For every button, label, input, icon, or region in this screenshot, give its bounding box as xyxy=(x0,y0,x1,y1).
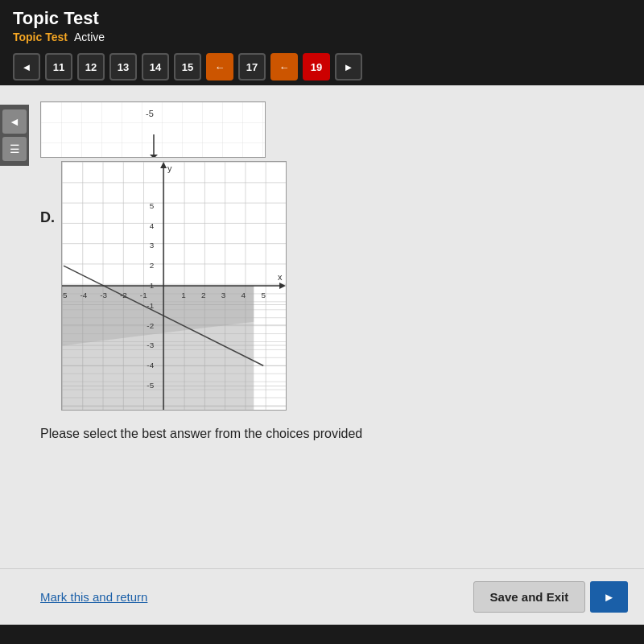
svg-text:-3: -3 xyxy=(100,291,107,299)
svg-text:-1: -1 xyxy=(140,291,147,299)
nav-page-12[interactable]: 12 xyxy=(77,53,105,80)
nav-prev-button[interactable]: ◄ xyxy=(13,53,40,80)
svg-text:-2: -2 xyxy=(120,291,127,299)
graph-svg: x y -5 -4 -3 -2 -1 1 2 xyxy=(62,162,286,410)
bottom-bar: Mark this and return Save and Exit ► xyxy=(0,568,644,625)
left-sidebar: ◄ ☰ xyxy=(0,105,29,166)
svg-text:3: 3 xyxy=(150,241,155,250)
svg-text:2: 2 xyxy=(150,261,155,270)
nav-page-14[interactable]: 14 xyxy=(142,53,169,80)
next-button[interactable]: ► xyxy=(590,581,628,613)
breadcrumb: Topic Test Active xyxy=(13,31,631,43)
nav-page-13[interactable]: 13 xyxy=(109,53,137,80)
breadcrumb-status: Active xyxy=(74,31,105,43)
sidebar-icon-calc[interactable]: ☰ xyxy=(2,137,27,161)
svg-text:-1: -1 xyxy=(147,301,154,310)
svg-text:y: y xyxy=(167,163,172,173)
svg-text:1: 1 xyxy=(150,281,155,290)
svg-marker-7 xyxy=(62,286,254,410)
svg-text:x: x xyxy=(278,272,283,282)
sidebar-icon-arrow[interactable]: ◄ xyxy=(2,109,27,134)
svg-text:5: 5 xyxy=(150,201,155,210)
header: Topic Test Topic Test Active xyxy=(0,0,644,48)
svg-text:5: 5 xyxy=(261,291,266,299)
svg-text:-3: -3 xyxy=(147,341,154,349)
nav-next-button[interactable]: ► xyxy=(335,53,362,80)
instruction-text: Please select the best answer from the c… xyxy=(40,427,628,441)
option-d-label: D. xyxy=(40,209,55,226)
svg-text:4: 4 xyxy=(150,221,155,230)
svg-text:-5: -5 xyxy=(62,291,68,299)
nav-bar: ◄ 11 12 13 14 15 ← 17 ← 19 ► xyxy=(0,48,644,85)
nav-page-19[interactable]: 19 xyxy=(303,53,330,80)
top-graph-svg: -5 xyxy=(41,102,266,158)
svg-text:-2: -2 xyxy=(147,321,154,330)
graph-section: -5 D. xyxy=(40,101,628,411)
svg-text:-4: -4 xyxy=(147,361,154,369)
main-content: -5 D. xyxy=(0,85,644,625)
mark-return-link[interactable]: Mark this and return xyxy=(40,590,147,604)
svg-text:1: 1 xyxy=(181,291,186,299)
svg-text:-4: -4 xyxy=(80,291,87,299)
main-graph: x y -5 -4 -3 -2 -1 1 2 xyxy=(61,161,287,411)
nav-page-15[interactable]: 15 xyxy=(174,53,201,80)
save-exit-button[interactable]: Save and Exit xyxy=(473,581,586,613)
nav-back-arrow[interactable]: ← xyxy=(206,53,233,80)
svg-text:-5: -5 xyxy=(146,109,154,118)
svg-text:-5: -5 xyxy=(147,381,154,390)
breadcrumb-link[interactable]: Topic Test xyxy=(13,31,68,43)
svg-text:3: 3 xyxy=(221,291,226,299)
top-graph-partial: -5 xyxy=(40,101,266,158)
page-title: Topic Test xyxy=(13,8,631,29)
nav-back-arrow-2[interactable]: ← xyxy=(270,53,298,80)
bottom-right-buttons: Save and Exit ► xyxy=(473,581,628,613)
nav-page-11[interactable]: 11 xyxy=(45,53,72,80)
nav-page-17[interactable]: 17 xyxy=(238,53,266,80)
svg-text:2: 2 xyxy=(201,291,206,299)
svg-text:4: 4 xyxy=(242,291,246,299)
